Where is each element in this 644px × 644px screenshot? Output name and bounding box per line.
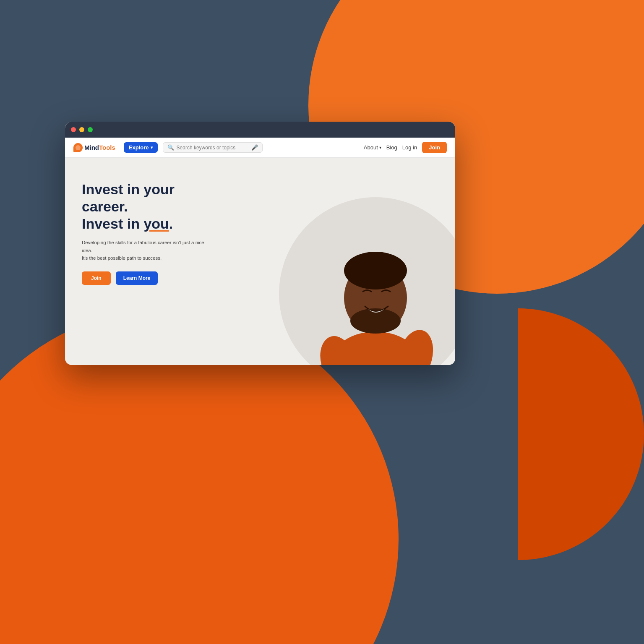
subtext-line1: Developing the skills for a fabulous car…: [82, 240, 204, 253]
headline-suffix: .: [169, 216, 173, 232]
about-nav-item[interactable]: About ▾: [364, 144, 381, 151]
window-close-dot[interactable]: [71, 127, 76, 132]
search-bar: 🔍 🎤: [163, 142, 263, 153]
person-illustration: [304, 214, 447, 365]
person-circle: [279, 197, 455, 365]
headline-line2: Invest in you.: [82, 216, 173, 232]
mic-icon[interactable]: 🎤: [251, 144, 258, 151]
about-chevron-icon: ▾: [379, 145, 381, 150]
headline-prefix: Invest in: [82, 216, 143, 232]
browser-chrome-bar: [65, 122, 455, 138]
explore-label: Explore: [129, 144, 149, 151]
nav-bar: MindTools Explore ▾ 🔍 🎤 About ▾ Blog Log…: [65, 138, 455, 158]
logo[interactable]: MindTools: [73, 143, 115, 152]
about-label: About: [364, 144, 378, 151]
explore-button[interactable]: Explore ▾: [124, 142, 158, 153]
logo-text: MindTools: [84, 144, 115, 151]
svg-point-11: [344, 252, 407, 289]
search-icon: 🔍: [167, 144, 174, 151]
chevron-down-icon: ▾: [151, 145, 153, 150]
nav-join-button[interactable]: Join: [422, 142, 447, 153]
hero-subtext: Developing the skills for a fabulous car…: [82, 239, 208, 262]
blog-nav-item[interactable]: Blog: [386, 144, 397, 151]
login-nav-item[interactable]: Log in: [402, 144, 417, 151]
browser-window: MindTools Explore ▾ 🔍 🎤 About ▾ Blog Log…: [65, 122, 455, 365]
window-minimize-dot[interactable]: [79, 127, 84, 132]
svg-point-0: [76, 145, 81, 150]
headline-highlight: you: [143, 216, 169, 232]
hero-section: Invest in your career. Invest in you. De…: [65, 158, 455, 365]
search-input[interactable]: [177, 145, 249, 151]
hero-buttons: Join Learn More: [82, 271, 224, 285]
person-area: [237, 158, 455, 365]
logo-svg: [75, 145, 81, 151]
logo-icon: [73, 143, 83, 152]
hero-join-button[interactable]: Join: [82, 271, 111, 285]
headline-line1: Invest in your career.: [82, 181, 175, 214]
hero-headline: Invest in your career. Invest in you.: [82, 181, 224, 232]
subtext-line2: It's the best possible path to success.: [82, 256, 162, 261]
window-maximize-dot[interactable]: [88, 127, 93, 132]
hero-content: Invest in your career. Invest in you. De…: [65, 158, 241, 285]
learn-more-button[interactable]: Learn More: [116, 271, 158, 285]
